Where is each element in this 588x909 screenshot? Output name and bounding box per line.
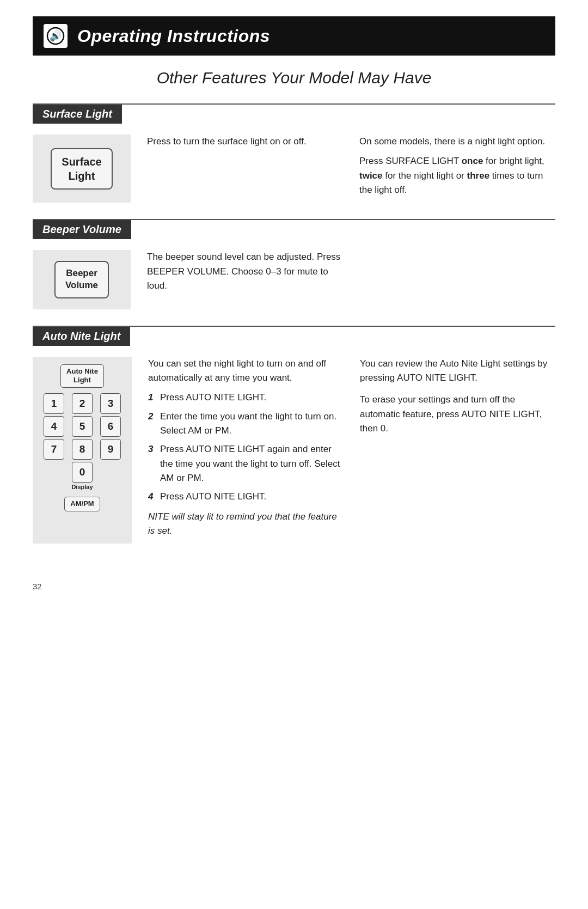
key-0[interactable]: 0	[72, 462, 93, 483]
surface-light-button[interactable]: Surface Light	[51, 148, 112, 190]
section-title-autonite: Auto Nite Light	[42, 330, 120, 342]
section-beeper-volume: Beeper Volume Beeper Volume The beeper s…	[33, 220, 555, 325]
keypad-row-2: 4 5 6	[44, 416, 121, 437]
step-2-text: Enter the time you want the light to tur…	[160, 410, 344, 438]
header-title: Operating Instructions	[77, 26, 270, 46]
key-1[interactable]: 1	[44, 393, 64, 414]
key-9[interactable]: 9	[100, 439, 121, 460]
section-content-autonite: Auto NiteLight 1 2 3 4 5 6 7 8 9	[33, 357, 555, 560]
section-auto-nite-light: Auto Nite Light Auto NiteLight 1 2 3 4 5…	[33, 327, 555, 560]
beeper-volume-button[interactable]: Beeper Volume	[54, 261, 109, 298]
keypad-row-1: 1 2 3	[44, 393, 121, 414]
step-3-text: Press AUTO NITE LIGHT again and enter th…	[160, 442, 344, 485]
step-3: 3 Press AUTO NITE LIGHT again and enter …	[148, 442, 344, 485]
step-1-text: Press AUTO NITE LIGHT.	[160, 391, 266, 405]
autonite-review-text: You can review the Auto Nite Light setti…	[360, 357, 555, 386]
key-5[interactable]: 5	[72, 416, 93, 437]
key-4[interactable]: 4	[44, 416, 64, 437]
section-content-surface: Surface Light Press to turn the surface …	[33, 135, 555, 219]
autonite-intro: You can set the night light to turn on a…	[148, 357, 344, 386]
autonite-keypad-area: Auto NiteLight 1 2 3 4 5 6 7 8 9	[33, 357, 132, 544]
step-4: 4 Press AUTO NITE LIGHT.	[148, 490, 344, 504]
ampm-button[interactable]: AM/PM	[64, 497, 100, 511]
key-3[interactable]: 3	[100, 393, 121, 414]
page-subtitle: Other Features Your Model May Have	[33, 69, 555, 87]
keypad-row-3: 7 8 9	[44, 439, 121, 460]
section-header-surface: Surface Light	[33, 105, 122, 124]
step-1: 1 Press AUTO NITE LIGHT.	[148, 391, 344, 405]
surface-button-area: Surface Light	[33, 135, 131, 203]
header-logo: 🔊	[44, 24, 68, 48]
section-header-beeper: Beeper Volume	[33, 220, 131, 239]
section-header-autonite: Auto Nite Light	[33, 327, 130, 346]
key-8[interactable]: 8	[72, 439, 93, 460]
keypad-zero-row: 0 Display	[71, 462, 93, 492]
surface-col2: On some models, there is a night light o…	[359, 135, 555, 203]
page-number: 32	[33, 582, 555, 591]
autonite-button[interactable]: Auto NiteLight	[60, 364, 104, 388]
autonite-top-button-area: Auto NiteLight	[60, 364, 104, 388]
step-4-text: Press AUTO NITE LIGHT.	[160, 490, 266, 504]
beeper-col1: The beeper sound level can be adjusted. …	[147, 250, 343, 309]
surface-col1: Press to turn the surface light on or of…	[147, 135, 343, 203]
display-label: Display	[71, 484, 93, 490]
section-surface-light: Surface Light Surface Light Press to tur…	[33, 105, 555, 219]
header-bar: 🔊 Operating Instructions	[33, 16, 555, 56]
key-2[interactable]: 2	[72, 393, 93, 414]
step-2: 2 Enter the time you want the light to t…	[148, 410, 344, 438]
section-content-beeper: Beeper Volume The beeper sound level can…	[33, 250, 555, 325]
beeper-col2	[359, 250, 555, 309]
autonite-col1: You can set the night light to turn on a…	[148, 357, 344, 544]
section-title-surface: Surface Light	[42, 108, 112, 120]
ampm-button-area: AM/PM	[64, 497, 100, 511]
beeper-button-area: Beeper Volume	[33, 250, 131, 309]
autonite-col2: You can review the Auto Nite Light setti…	[360, 357, 555, 544]
autonite-erase-text: To erase your settings and turn off the …	[360, 393, 555, 436]
autonite-outro: NITE will stay lit to remind you that th…	[148, 510, 344, 539]
keypad: Auto NiteLight 1 2 3 4 5 6 7 8 9	[44, 364, 121, 512]
key-7[interactable]: 7	[44, 439, 64, 460]
section-title-beeper: Beeper Volume	[42, 223, 121, 235]
svg-text:🔊: 🔊	[50, 30, 62, 42]
key-6[interactable]: 6	[100, 416, 121, 437]
